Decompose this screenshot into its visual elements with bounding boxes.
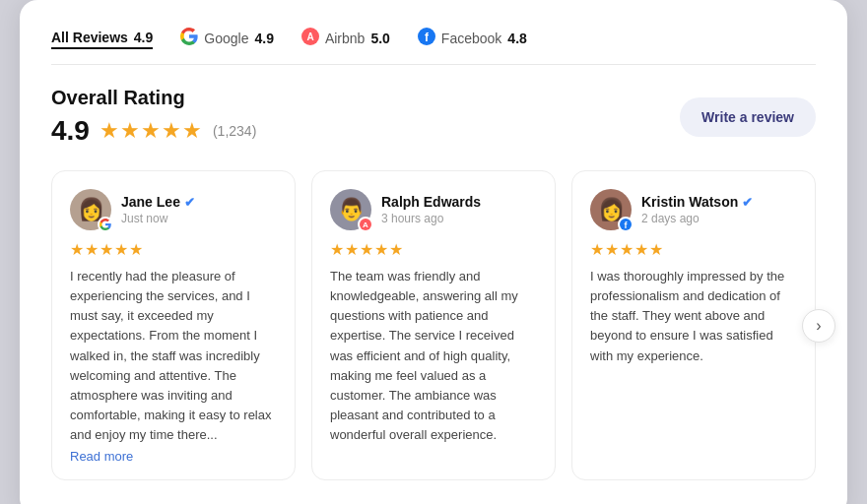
reviews-widget: All Reviews 4.9 Google 4.9 A xyxy=(20,0,847,504)
overall-rating-info: Overall Rating 4.9 ★★★★★ (1,234) xyxy=(51,87,256,147)
review-text-1: I recently had the pleasure of experienc… xyxy=(70,267,277,445)
tab-all-label: All Reviews xyxy=(51,30,128,45)
reviewer-name-row-3: Kristin Watson ✔ xyxy=(641,194,753,210)
tab-airbnb-rating: 5.0 xyxy=(370,31,389,46)
read-more-link-1[interactable]: Read more xyxy=(70,449,277,464)
avatar-wrap-1: 👩 xyxy=(70,189,111,230)
tab-all-reviews[interactable]: All Reviews 4.9 xyxy=(51,30,153,49)
overall-score: 4.9 xyxy=(51,115,90,147)
reviewer-info-3: Kristin Watson ✔ 2 days ago xyxy=(641,194,753,225)
google-icon xyxy=(180,28,198,48)
reviewer-header-2: 👨 A Ralph Edwards 3 hours ago xyxy=(330,189,537,230)
verified-icon-1: ✔ xyxy=(184,195,195,210)
tab-google[interactable]: Google 4.9 xyxy=(180,28,274,50)
reviewer-name-2: Ralph Edwards xyxy=(381,194,481,210)
overall-rating-section: Overall Rating 4.9 ★★★★★ (1,234) Write a… xyxy=(51,87,816,147)
reviewer-name-row-1: Jane Lee ✔ xyxy=(121,194,195,210)
reviewer-name-1: Jane Lee xyxy=(121,194,180,210)
overall-count: (1,234) xyxy=(213,123,256,139)
write-review-button[interactable]: Write a review xyxy=(680,97,816,137)
reviewer-header-1: 👩 Jane Lee ✔ xyxy=(70,189,277,230)
reviewer-time-1: Just now xyxy=(121,212,195,225)
review-card-2: 👨 A Ralph Edwards 3 hours ago ★★★★★ xyxy=(311,170,556,480)
platform-tabs: All Reviews 4.9 Google 4.9 A xyxy=(51,28,816,65)
platform-badge-3: f xyxy=(618,217,634,232)
reviewer-name-row-2: Ralph Edwards xyxy=(381,194,481,210)
review-text-2: The team was friendly and knowledgeable,… xyxy=(330,267,537,445)
tab-facebook-rating: 4.8 xyxy=(507,31,526,46)
avatar-wrap-2: 👨 A xyxy=(330,189,371,230)
tab-all-rating: 4.9 xyxy=(134,30,153,45)
svg-text:A: A xyxy=(363,220,368,229)
overall-score-row: 4.9 ★★★★★ (1,234) xyxy=(51,115,256,147)
reviews-grid: 👩 Jane Lee ✔ xyxy=(51,170,816,480)
tab-facebook[interactable]: f Facebook 4.8 xyxy=(418,28,527,50)
overall-rating-title: Overall Rating xyxy=(51,87,256,109)
platform-badge-1 xyxy=(98,217,113,232)
tab-google-rating: 4.9 xyxy=(254,31,273,46)
review-stars-3: ★★★★★ xyxy=(590,240,797,259)
facebook-icon: f xyxy=(418,28,435,48)
svg-text:A: A xyxy=(306,32,313,42)
tab-airbnb-label: Airbnb xyxy=(325,31,365,46)
next-review-button[interactable]: › xyxy=(802,309,835,343)
tab-facebook-label: Facebook xyxy=(441,31,501,46)
review-stars-1: ★★★★★ xyxy=(70,240,277,259)
reviewer-info-1: Jane Lee ✔ Just now xyxy=(121,194,195,225)
review-text-3: I was thoroughly impressed by the profes… xyxy=(590,267,797,366)
review-card-3: 👩 f Kristin Watson ✔ 2 days ago xyxy=(571,170,816,480)
airbnb-icon: A xyxy=(301,28,319,48)
verified-icon-3: ✔ xyxy=(742,195,753,210)
tab-airbnb[interactable]: A Airbnb 5.0 xyxy=(301,28,390,50)
platform-badge-2: A xyxy=(358,217,373,232)
reviewer-header-3: 👩 f Kristin Watson ✔ 2 days ago xyxy=(590,189,797,230)
review-card-1: 👩 Jane Lee ✔ xyxy=(51,170,296,480)
review-stars-2: ★★★★★ xyxy=(330,240,537,259)
reviewer-time-2: 3 hours ago xyxy=(381,212,481,225)
tab-google-label: Google xyxy=(204,31,248,46)
overall-stars: ★★★★★ xyxy=(100,118,203,144)
reviewer-time-3: 2 days ago xyxy=(641,212,753,225)
reviewer-info-2: Ralph Edwards 3 hours ago xyxy=(381,194,481,225)
avatar-wrap-3: 👩 f xyxy=(590,189,632,230)
reviewer-name-3: Kristin Watson xyxy=(641,194,738,210)
